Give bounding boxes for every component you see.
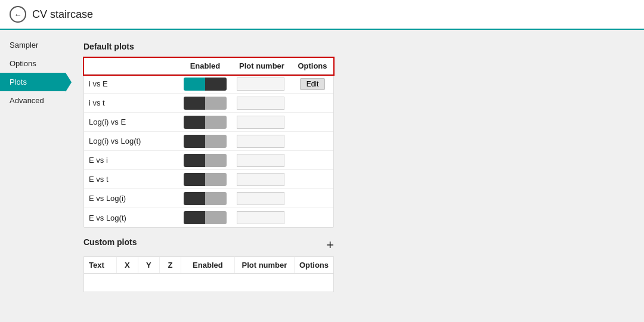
table-row: E vs Log(i)	[84, 189, 333, 208]
default-plots-section: Default plots Enabled Plot number Option…	[83, 42, 626, 228]
toggle-gray-part	[205, 173, 227, 186]
toggle-switch[interactable]	[178, 114, 232, 130]
sidebar-item-advanced[interactable]: Advanced	[0, 91, 66, 110]
title-bar: ← CV staircase	[0, 0, 644, 30]
plot-number-cell	[232, 114, 292, 130]
toggle-dark-part	[184, 154, 205, 167]
table-row: Log(i) vs Log(t)	[84, 132, 333, 151]
custom-header-y: Y	[138, 257, 160, 273]
plot-number-input[interactable]	[237, 154, 284, 167]
custom-title-row: Custom plots +	[83, 237, 334, 253]
plot-number-cell	[232, 134, 292, 149]
options-cell	[292, 197, 333, 200]
toggle-switch[interactable]	[178, 210, 232, 225]
toggle[interactable]	[184, 211, 227, 224]
plot-number-cell	[232, 153, 292, 168]
toggle[interactable]	[184, 116, 227, 129]
plot-number-input[interactable]	[237, 211, 284, 224]
table-row: i vs EEdit	[84, 75, 333, 94]
table-row: E vs Log(t)	[84, 208, 333, 227]
toggle[interactable]	[184, 78, 227, 91]
sidebar: SamplerOptionsPlotsAdvanced	[0, 30, 66, 321]
row-label: Log(i) vs E	[84, 115, 178, 129]
options-cell	[292, 178, 333, 181]
default-plots-table: Enabled Plot number Options i vs EEditi …	[83, 57, 334, 228]
back-button[interactable]: ←	[10, 6, 26, 23]
back-icon: ←	[14, 10, 22, 19]
custom-table-body	[84, 274, 333, 292]
plot-number-input[interactable]	[237, 173, 284, 186]
plot-number-input[interactable]	[237, 78, 284, 91]
plot-number-input[interactable]	[237, 192, 284, 205]
row-label: E vs t	[84, 172, 178, 186]
custom-header-text: Text	[84, 257, 117, 273]
toggle-gray-part	[205, 192, 227, 205]
default-plots-title: Default plots	[83, 42, 626, 51]
sidebar-item-options[interactable]: Options	[0, 54, 66, 73]
header-enabled: Enabled	[178, 58, 232, 74]
plot-number-input[interactable]	[237, 135, 284, 148]
custom-table: Text X Y Z Enabled Plot number Options	[83, 256, 334, 292]
custom-plots-section: Custom plots + Text X Y Z Enabled Plot n…	[83, 237, 334, 292]
toggle-dark-part	[184, 192, 205, 205]
plot-number-cell	[232, 76, 292, 92]
plot-number-cell	[232, 95, 292, 111]
options-cell	[292, 216, 333, 219]
page-title: CV staircase	[32, 8, 93, 21]
default-plots-body: i vs EEditi vs tLog(i) vs ELog(i) vs Log…	[84, 75, 333, 227]
toggle-dark-part	[184, 211, 205, 224]
custom-header-x: X	[117, 257, 138, 273]
row-label: E vs Log(i)	[84, 191, 178, 205]
toggle[interactable]	[184, 173, 227, 186]
sidebar-item-sampler[interactable]: Sampler	[0, 36, 66, 54]
header-options: Options	[292, 58, 333, 74]
toggle-switch[interactable]	[178, 172, 232, 187]
toggle-gray-part	[205, 116, 227, 129]
row-label: Log(i) vs Log(t)	[84, 134, 178, 148]
toggle-switch[interactable]	[178, 76, 232, 92]
toggle-on-part	[184, 78, 205, 91]
toggle-dark-part	[184, 135, 205, 148]
toggle-dark-part	[184, 173, 205, 186]
custom-header-enabled: Enabled	[181, 257, 235, 273]
options-cell	[292, 102, 333, 104]
toggle-gray-part	[205, 97, 227, 110]
main-layout: SamplerOptionsPlotsAdvanced Default plot…	[0, 30, 644, 321]
toggle-gray-part	[205, 135, 227, 148]
custom-header-plot-number: Plot number	[235, 257, 295, 273]
toggle[interactable]	[184, 135, 227, 148]
plot-number-input[interactable]	[237, 116, 284, 129]
table-row: E vs i	[84, 151, 333, 170]
custom-plots-title: Custom plots	[83, 237, 137, 247]
custom-header-options: Options	[295, 257, 333, 273]
row-label: i vs E	[84, 77, 178, 91]
table-row: Log(i) vs E	[84, 113, 333, 132]
toggle-switch[interactable]	[178, 95, 232, 111]
add-custom-plot-button[interactable]: +	[326, 237, 334, 253]
toggle[interactable]	[184, 154, 227, 167]
plot-number-cell	[232, 210, 292, 225]
toggle-switch[interactable]	[178, 153, 232, 168]
toggle-dark-part	[184, 116, 205, 129]
row-label: E vs i	[84, 153, 178, 167]
header-plot-number: Plot number	[232, 58, 292, 74]
custom-table-header: Text X Y Z Enabled Plot number Options	[84, 257, 333, 274]
row-label: E vs Log(t)	[84, 211, 178, 225]
default-plots-header: Enabled Plot number Options	[84, 58, 333, 75]
plot-number-cell	[232, 172, 292, 187]
options-cell	[292, 121, 333, 123]
toggle[interactable]	[184, 192, 227, 205]
edit-button[interactable]: Edit	[300, 78, 326, 90]
toggle-dark-part	[184, 97, 205, 110]
options-cell: Edit	[292, 77, 333, 91]
options-cell	[292, 140, 333, 143]
toggle-gray-part	[205, 154, 227, 167]
toggle-switch[interactable]	[178, 191, 232, 206]
plot-number-input[interactable]	[237, 97, 284, 110]
sidebar-item-plots[interactable]: Plots	[0, 73, 66, 91]
toggle[interactable]	[184, 97, 227, 110]
toggle-off-part	[205, 78, 227, 91]
plot-number-cell	[232, 191, 292, 206]
custom-header-z: Z	[160, 257, 181, 273]
toggle-switch[interactable]	[178, 134, 232, 149]
